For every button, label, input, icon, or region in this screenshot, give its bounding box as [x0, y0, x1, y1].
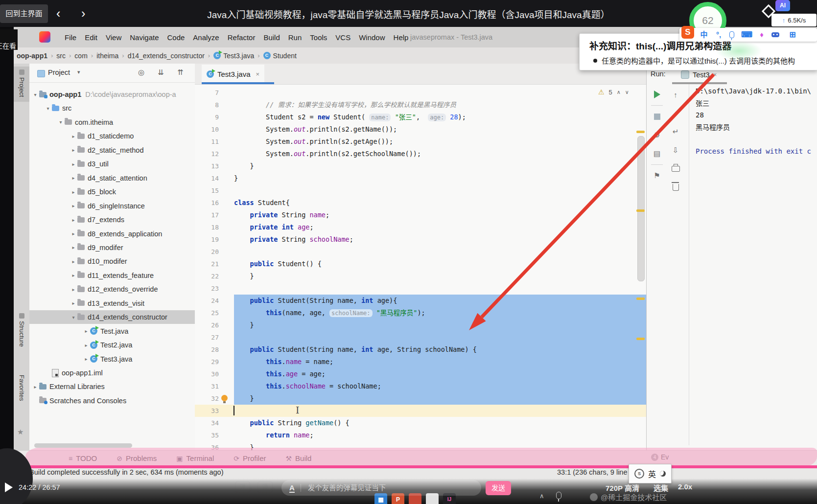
breadcrumb-item-d14_extends_constructor[interactable]: d14_extends_constructor	[128, 52, 205, 60]
menu-item-tools[interactable]: Tools	[310, 33, 327, 42]
build-settings-icon[interactable]: ⚙	[651, 126, 663, 144]
ime-cn-icon[interactable]: 中	[699, 28, 709, 42]
menu-item-view[interactable]: View	[106, 33, 121, 42]
tree-chevron-icon[interactable]: ▸	[82, 328, 90, 334]
scroll-up-icon[interactable]: ↑	[669, 85, 682, 104]
menu-item-analyze[interactable]: Analyze	[193, 33, 219, 42]
clear-console-icon[interactable]	[669, 178, 682, 197]
project-panel-title[interactable]: Project	[48, 69, 70, 76]
breadcrumb-item-student[interactable]: CStudent	[263, 52, 297, 60]
ime-grid-icon[interactable]: ⊞	[787, 28, 798, 42]
tree-item-test3.java[interactable]: ▸CTest3.java	[29, 352, 195, 366]
tab-close-icon[interactable]: ×	[256, 70, 260, 78]
tree-chevron-icon[interactable]: ▸	[70, 217, 77, 223]
nav-prev-icon[interactable]: ‹	[56, 5, 60, 22]
tree-item-src[interactable]: ▾src	[29, 101, 195, 115]
editor-scrollbar-thumb[interactable]	[637, 136, 645, 281]
collapse-all-icon[interactable]: ⇈	[177, 68, 184, 77]
tree-chevron-icon[interactable]: ▸	[70, 231, 77, 236]
tree-chevron-icon[interactable]: ▾	[44, 106, 52, 111]
tree-chevron-icon[interactable]: ▸	[70, 189, 77, 195]
nav-next-icon[interactable]: ›	[81, 5, 85, 22]
tree-chevron-icon[interactable]: ▸	[70, 259, 77, 264]
rerun-button[interactable]	[651, 85, 663, 104]
breadcrumb-item-src[interactable]: src	[56, 52, 66, 60]
sidebar-tab-project[interactable]: Project	[14, 67, 29, 102]
tree-chevron-icon[interactable]: ▸	[70, 147, 77, 153]
tree-item-d1_staticdemo[interactable]: ▸d1_staticdemo	[29, 129, 195, 143]
tree-item-oop-app1.iml[interactable]: oop-app1.iml	[29, 366, 195, 380]
layout-icon[interactable]: ▤	[651, 144, 663, 163]
scroll-down-icon[interactable]: ↓	[669, 104, 682, 122]
menu-item-help[interactable]: Help	[394, 33, 409, 42]
tree-item-test.java[interactable]: ▸CTest.java	[29, 324, 195, 338]
menu-item-run[interactable]: Run	[288, 33, 302, 42]
menu-item-edit[interactable]: Edit	[85, 33, 97, 42]
tree-chevron-icon[interactable]: ▸	[70, 287, 77, 292]
tree-item-d9_modifer[interactable]: ▸d9_modifer	[29, 241, 195, 254]
send-danmaku-button[interactable]: 发送	[486, 481, 511, 495]
ai-badge[interactable]: AI	[775, 0, 790, 11]
tree-item-d8_extends_application[interactable]: ▸d8_extends_application	[29, 227, 195, 241]
tree-chevron-icon[interactable]: ▸	[70, 203, 77, 208]
episodes-button[interactable]: 选集	[654, 482, 668, 493]
tree-chevron-icon[interactable]: ▸	[82, 356, 90, 362]
tree-item-d11_extends_feature[interactable]: ▸d11_extends_feature	[29, 269, 195, 282]
expand-all-icon[interactable]: ⇊	[158, 68, 164, 77]
ime-status-box[interactable]: S 英	[629, 464, 672, 483]
menu-item-vcs[interactable]: VCS	[335, 33, 350, 42]
mic-icon[interactable]	[556, 492, 561, 499]
breadcrumb-item-itheima[interactable]: itheima	[96, 52, 118, 60]
menu-item-code[interactable]: Code	[167, 33, 185, 42]
run-tab-close-icon[interactable]: ×	[713, 71, 717, 78]
tree-item-d6_singleinstance[interactable]: ▸d6_singleInstance	[29, 199, 195, 213]
editor-tab-test3[interactable]: C Test3.java ×	[202, 65, 264, 83]
project-hscrollbar[interactable]	[34, 443, 132, 448]
tree-item-d5_block[interactable]: ▸d5_block	[29, 185, 195, 199]
tree-chevron-icon[interactable]: ▸	[70, 273, 77, 278]
tree-chevron-icon[interactable]: ▸	[70, 161, 77, 167]
tree-item-d4_static_attention[interactable]: ▸d4_static_attention	[29, 171, 195, 185]
favorites-star-icon[interactable]: ★	[17, 428, 23, 436]
tree-chevron-icon[interactable]: ▸	[70, 245, 77, 250]
tree-item-oop-app1[interactable]: ▾oop-app1D:\code\javasepromax\oop-a	[29, 88, 195, 101]
pin-icon[interactable]: ⚑	[651, 166, 663, 185]
danmaku-input[interactable]	[307, 483, 456, 492]
tree-item-com.itheima[interactable]: ▾com.itheima	[29, 115, 195, 129]
tree-chevron-icon[interactable]: ▾	[31, 92, 39, 97]
editor-area[interactable]: C Test3.java × ⚠ 5 ∧ ∨ 78 // 需求：如果学生没有填写…	[195, 64, 646, 450]
tree-item-d10_modifer[interactable]: ▸d10_modifer	[29, 254, 195, 268]
ime-keyboard-icon[interactable]: ⌨	[741, 28, 752, 42]
speed-button[interactable]: 2.0x	[678, 482, 692, 491]
play-button[interactable]	[5, 482, 13, 492]
tree-item-d13_extends_visit[interactable]: ▸d13_extends_visit	[29, 297, 195, 310]
tree-chevron-icon[interactable]: ▸	[82, 343, 90, 348]
tree-chevron-icon[interactable]: ▸	[31, 384, 39, 389]
sidebar-tab-structure[interactable]: Structure	[14, 313, 29, 347]
sidebar-tab-favorites[interactable]: Favorites	[14, 375, 29, 401]
scroll-to-end-icon[interactable]: ⇩	[669, 141, 682, 160]
ime-mic-icon[interactable]	[729, 31, 734, 38]
tree-item-d14_extends_constructor[interactable]: ▾d14_extends_constructor	[29, 310, 195, 324]
ime-punct-icon[interactable]: °‚	[714, 28, 724, 42]
tree-chevron-icon[interactable]: ▸	[70, 175, 77, 181]
print-icon[interactable]	[669, 160, 682, 178]
menu-item-file[interactable]: File	[65, 33, 76, 42]
tree-item-external libraries[interactable]: ▸External Libraries	[29, 380, 195, 393]
collapse-icon[interactable]: ∧	[539, 492, 544, 500]
menu-item-refactor[interactable]: Refactor	[228, 33, 256, 42]
tree-item-d3_util[interactable]: ▸d3_util	[29, 157, 195, 171]
soft-wrap-icon[interactable]: ↵	[669, 122, 682, 141]
intention-bulb-icon[interactable]	[221, 395, 228, 401]
tree-item-test2.java[interactable]: ▸CTest2.java	[29, 338, 195, 352]
locate-icon[interactable]: ◎	[138, 68, 144, 77]
run-tab-test3[interactable]: Test3 ×	[681, 70, 717, 79]
back-to-home-button[interactable]: 回到主界面	[0, 4, 48, 23]
tree-chevron-icon[interactable]: ▸	[70, 134, 77, 139]
tree-chevron-icon[interactable]: ▾	[70, 315, 77, 320]
menu-item-navigate[interactable]: Navigate	[130, 33, 159, 42]
tree-item-d7_extends[interactable]: ▸d7_extends	[29, 213, 195, 227]
breadcrumb-item-oop-app1[interactable]: oop-app1	[17, 52, 47, 60]
menu-item-window[interactable]: Window	[359, 33, 385, 42]
ime-gamepad-icon[interactable]	[771, 32, 779, 37]
